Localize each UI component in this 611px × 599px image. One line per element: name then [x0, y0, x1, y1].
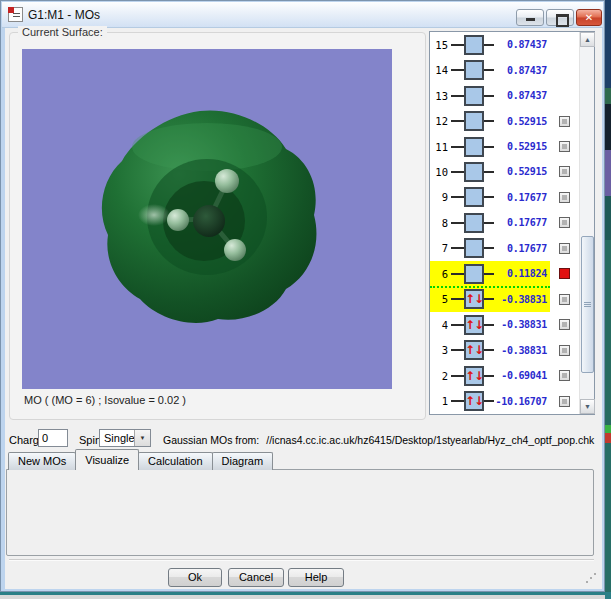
mo-checkbox-10[interactable] — [559, 166, 570, 177]
mo-checkbox-9[interactable] — [559, 192, 570, 203]
level-line — [484, 222, 494, 224]
close-button[interactable]: ✕ — [576, 9, 602, 26]
tab-bar: New MOsVisualizeCalculationDiagram — [8, 450, 272, 470]
mo-energy: -0.38831 — [494, 345, 550, 356]
mo-row-1[interactable]: 1↑↓-10.16707 — [430, 388, 579, 413]
hydrogen-atom — [224, 239, 246, 261]
mo-checkbox-cell — [550, 217, 579, 228]
maximize-button[interactable] — [546, 9, 574, 26]
level-line — [451, 298, 464, 300]
mo-row-5[interactable]: 5↑↓-0.38831 — [430, 287, 579, 312]
mo-row-7[interactable]: 70.17677 — [430, 236, 579, 261]
mo-row-zone: 130.87437 — [430, 83, 550, 108]
mo-row-12[interactable]: 120.52915 — [430, 108, 579, 133]
hydrogen-atom — [167, 209, 189, 231]
mo-checkbox-11[interactable] — [559, 141, 570, 152]
desktop-background-bottom-gray — [0, 595, 605, 599]
mo-checkbox-7[interactable] — [559, 243, 570, 254]
mo-checkbox-8[interactable] — [559, 217, 570, 228]
orbital-box-occupied: ↑↓ — [464, 366, 484, 386]
orbital-box-virtual — [464, 35, 484, 55]
level-line — [451, 349, 464, 351]
scroll-down-button[interactable]: ▼ — [580, 399, 595, 414]
mo-energy: 0.17677 — [494, 243, 550, 254]
level-line — [451, 273, 464, 275]
mo-row-11[interactable]: 110.52915 — [430, 134, 579, 159]
level-line — [484, 400, 494, 402]
mo-energy: 0.52915 — [494, 166, 550, 177]
level-line — [451, 324, 464, 326]
mo-row-14[interactable]: 140.87437 — [430, 57, 579, 82]
mo-row-3[interactable]: 3↑↓-0.38831 — [430, 337, 579, 362]
mo-row-zone: 120.52915 — [430, 108, 550, 133]
mo-row-13[interactable]: 130.87437 — [430, 83, 579, 108]
scroll-up-button[interactable]: ▲ — [580, 32, 595, 47]
orbital-box-occupied: ↑↓ — [464, 391, 484, 411]
mo-checkbox-12[interactable] — [559, 116, 570, 127]
orbital-box-virtual — [464, 187, 484, 207]
mo-number: 5 — [432, 293, 448, 305]
resize-grip[interactable] — [586, 573, 596, 583]
spin-select[interactable]: Singlet ▼ — [99, 429, 151, 447]
surface-viewport[interactable] — [22, 49, 392, 389]
level-line — [451, 375, 464, 377]
source-path: //icnas4.cc.ic.ac.uk/hz6415/Desktop/1sty… — [266, 434, 594, 446]
mo-row-10[interactable]: 100.52915 — [430, 159, 579, 184]
level-line — [484, 349, 494, 351]
mo-checkbox-3[interactable] — [559, 345, 570, 356]
level-line — [451, 247, 464, 249]
current-surface-groupbox: Current Surface: — [9, 32, 426, 420]
mo-checkbox-5[interactable] — [559, 294, 570, 305]
mo-row-2[interactable]: 2↑↓-0.69041 — [430, 363, 579, 388]
tab-diagram[interactable]: Diagram — [212, 452, 274, 470]
level-line — [451, 69, 464, 71]
tab-calculation[interactable]: Calculation — [138, 452, 212, 470]
mo-row-9[interactable]: 90.17677 — [430, 185, 579, 210]
tab-visualize[interactable]: Visualize — [75, 449, 139, 470]
charge-input[interactable] — [38, 429, 68, 447]
orbital-box-virtual — [464, 137, 484, 157]
level-line — [451, 171, 464, 173]
mo-checkbox-6[interactable] — [559, 268, 570, 279]
orbital-box-virtual — [464, 238, 484, 258]
mo-checkbox-1[interactable] — [559, 396, 570, 407]
ok-button[interactable]: Ok — [168, 568, 222, 587]
help-button[interactable]: Help — [288, 568, 344, 587]
mo-energy: 0.52915 — [494, 116, 550, 127]
title-bar[interactable]: G1:M1 - MOs ✕ — [2, 2, 603, 28]
mo-energy: -0.69041 — [494, 370, 550, 381]
orbital-box-virtual — [464, 264, 484, 284]
level-line — [451, 44, 464, 46]
level-line — [484, 196, 494, 198]
orbital-box-occupied: ↑↓ — [464, 289, 484, 309]
level-line — [451, 222, 464, 224]
mo-checkbox-cell — [550, 65, 579, 76]
mo-number: 12 — [432, 115, 448, 127]
tab-new-mos[interactable]: New MOs — [8, 452, 76, 470]
orbital-box-occupied: ↑↓ — [464, 315, 484, 335]
orbital-box-occupied: ↑↓ — [464, 340, 484, 360]
cancel-button[interactable]: Cancel — [228, 568, 284, 587]
specular-highlight — [138, 204, 170, 226]
mo-list-scrollbar[interactable]: ▲ ▼ — [579, 32, 594, 414]
minimize-button[interactable] — [516, 9, 544, 26]
surface-caption: MO ( (MO = 6) ; Isovalue = 0.02 ) — [24, 394, 186, 406]
mo-rows: 150.87437140.87437130.87437120.52915110.… — [430, 32, 579, 414]
orbital-box-virtual — [464, 111, 484, 131]
mo-checkbox-4[interactable] — [559, 319, 570, 330]
mo-row-6[interactable]: 60.11824 — [430, 261, 579, 286]
level-line — [451, 196, 464, 198]
spin-value: Singlet — [100, 430, 134, 446]
footer-separator — [9, 559, 594, 561]
mo-checkbox-2[interactable] — [559, 370, 570, 381]
level-line — [451, 146, 464, 148]
scrollbar-thumb[interactable] — [581, 236, 594, 373]
current-surface-label: Current Surface: — [18, 26, 107, 38]
orbital-box-virtual — [464, 162, 484, 182]
mo-row-8[interactable]: 80.17677 — [430, 210, 579, 235]
mo-checkbox-cell — [550, 243, 579, 254]
mo-row-zone: 60.11824 — [430, 261, 550, 286]
mo-row-zone: 110.52915 — [430, 134, 550, 159]
mo-row-15[interactable]: 150.87437 — [430, 32, 579, 57]
mo-row-4[interactable]: 4↑↓-0.38831 — [430, 312, 579, 337]
